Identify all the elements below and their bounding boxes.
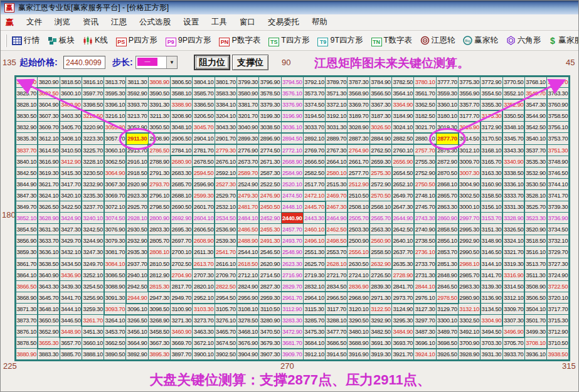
start-price-label: 起始价格: xyxy=(19,57,58,68)
grid-cell: 3768.10 xyxy=(525,77,547,88)
menu-item-文件[interactable]: 文件 xyxy=(20,15,48,29)
grid-cell: 2652.10 xyxy=(392,179,414,190)
grid-cell: 2568.10 xyxy=(370,201,392,213)
grid-cell: 3573.70 xyxy=(304,88,326,99)
grid-cell: 2611.30 xyxy=(193,246,215,258)
toolbar-item-9T四方形[interactable]: T99T四方形 xyxy=(316,34,364,48)
resistance-button[interactable]: 阻力位 xyxy=(194,55,230,70)
toolbar-item-江恩轮[interactable]: 江恩轮 xyxy=(419,34,457,47)
grid-cell: 2654.50 xyxy=(392,167,414,179)
toolbar-item-T四方形[interactable]: TST四方形 xyxy=(267,34,311,48)
grid-cell: 3412.90 xyxy=(60,156,82,167)
grid-cell: 3804.10 xyxy=(193,77,215,88)
grid-cell: 3403.30 xyxy=(60,110,82,122)
grid-cell: 3607.30 xyxy=(38,110,60,122)
angle-label-225: 225 xyxy=(3,361,17,371)
menu-item-交易委托[interactable]: 交易委托 xyxy=(262,15,305,29)
grid-cell: 2721.70 xyxy=(326,270,348,281)
angle-label-90: 90 xyxy=(282,58,290,67)
footer: 大盘关键位测算：支撑2877点、压力2911点、 xyxy=(1,371,579,392)
menu-item-设置[interactable]: 设置 xyxy=(177,15,205,29)
grid-cell: 2944.90 xyxy=(126,292,148,304)
grid-cell: 2469.70 xyxy=(326,190,348,201)
grid-cell: 3268.90 xyxy=(149,315,171,326)
big-wheel-icon: Big xyxy=(463,36,472,45)
grid-cell: 3220.90 xyxy=(82,122,104,133)
toolbar-item-K线[interactable]: K线 xyxy=(82,34,109,47)
menu-item-资讯[interactable]: 资讯 xyxy=(77,15,105,29)
grid-cell: 2834.50 xyxy=(326,281,348,292)
grid-cell: 3828.10 xyxy=(16,99,38,110)
grid-cell: 2755.30 xyxy=(414,156,436,167)
grid-cell: 3192.10 xyxy=(326,110,348,122)
grid-cell: 3756.10 xyxy=(547,122,569,133)
grid-cell: 3897.70 xyxy=(171,349,193,360)
menu-item-工具[interactable]: 工具 xyxy=(205,15,233,29)
grid-cell: 3919.30 xyxy=(370,349,392,360)
grid-cell: 2570.50 xyxy=(370,190,392,201)
grid-cell: 3405.70 xyxy=(60,122,82,133)
toolbar-item-P四方形[interactable]: PSP四方形 xyxy=(115,34,159,48)
toolbar-item-赢家服务[interactable]: $赢家服务 xyxy=(548,34,579,47)
grid-cell: 3218.50 xyxy=(82,110,104,122)
grid-cell: 3247.30 xyxy=(82,246,104,258)
menu-item-公式选股[interactable]: 公式选股 xyxy=(133,15,177,29)
grid-cell: 3631.30 xyxy=(38,224,60,235)
grid-cell: 3093.70 xyxy=(104,304,126,315)
grid-cell: 3129.70 xyxy=(437,304,459,315)
grid-cell: 3794.50 xyxy=(282,77,304,88)
toolbar-item-P数字表[interactable]: PNP数字表 xyxy=(218,34,262,48)
grid-cell: 3172.90 xyxy=(481,122,502,133)
menu-item-浏览[interactable]: 浏览 xyxy=(48,15,77,29)
grid-cell: 3105.70 xyxy=(215,304,237,315)
grid-cell: 2774.50 xyxy=(259,145,281,156)
grid-cell: 3079.30 xyxy=(104,235,126,246)
grid-cell: 3132.10 xyxy=(459,304,481,315)
grid-cell: 2628.10 xyxy=(326,258,348,270)
grid-cell: 2971.30 xyxy=(370,292,392,304)
grid-cell: 3355.30 xyxy=(481,99,502,110)
start-price-input[interactable] xyxy=(63,56,105,69)
grid-cell: 3523.30 xyxy=(525,213,547,224)
menu-item-江恩[interactable]: 江恩 xyxy=(105,15,133,29)
grid-cell: 2762.50 xyxy=(370,145,392,156)
grid-cell: 3936.10 xyxy=(525,349,547,360)
grid-cell: 3758.50 xyxy=(547,110,569,122)
grid-cell: 3338.50 xyxy=(503,167,525,179)
grid-cell: 3290.50 xyxy=(348,315,369,326)
grid-cell: 2541.70 xyxy=(215,246,237,258)
toolbar-item-赢家轮[interactable]: Big赢家轮 xyxy=(462,34,499,47)
grid-cell: 3566.50 xyxy=(370,88,392,99)
grid-cell: 3216.10 xyxy=(104,110,126,122)
grid-cell: 2596.90 xyxy=(193,179,215,190)
menu-item-帮助[interactable]: 帮助 xyxy=(305,15,334,29)
grid-cell: 3112.90 xyxy=(282,304,304,315)
grid-cell: 3288.10 xyxy=(326,315,348,326)
toolbar-item-9P四方形[interactable]: P99P四方形 xyxy=(164,34,213,48)
grid-cell: 3864.10 xyxy=(16,270,38,281)
grid-cell: 3043.30 xyxy=(215,122,237,133)
grid-cell: 3309.70 xyxy=(503,304,525,315)
toolbar-item-板块[interactable]: 板块 xyxy=(46,34,76,47)
toolbar-item-六角形[interactable]: 六角形 xyxy=(505,34,543,47)
grid-cell: 2798.50 xyxy=(149,201,171,213)
grid-cell: 2856.10 xyxy=(437,235,459,246)
grid-cell: 3316.90 xyxy=(503,270,525,281)
grid-cell: 3249.70 xyxy=(82,258,104,270)
grid-cell: 3165.70 xyxy=(481,156,502,167)
grid-cell: 2800.90 xyxy=(149,213,171,224)
grid-cell: 3547.30 xyxy=(525,99,547,110)
grid-cell: 2553.70 xyxy=(326,246,348,258)
grid-cell: 3640.90 xyxy=(38,270,60,281)
grid-cell: 2716.90 xyxy=(282,270,304,281)
grid-cell: 2942.50 xyxy=(126,281,148,292)
toolbar-item-行情[interactable]: 行情 xyxy=(11,34,41,47)
toolbar-item-T数字表[interactable]: TNT数字表 xyxy=(370,34,413,48)
menu-item-窗口[interactable]: 窗口 xyxy=(233,15,262,29)
grid-cell: 3410.50 xyxy=(60,145,82,156)
support-button[interactable]: 支撑位 xyxy=(232,55,268,70)
step-dropdown[interactable]: — ▼ xyxy=(135,56,178,69)
toolbar-item-label: P四方形 xyxy=(129,35,157,46)
dollar-icon: $ xyxy=(549,36,556,45)
dropdown-arrow-icon[interactable]: ▼ xyxy=(166,56,177,68)
